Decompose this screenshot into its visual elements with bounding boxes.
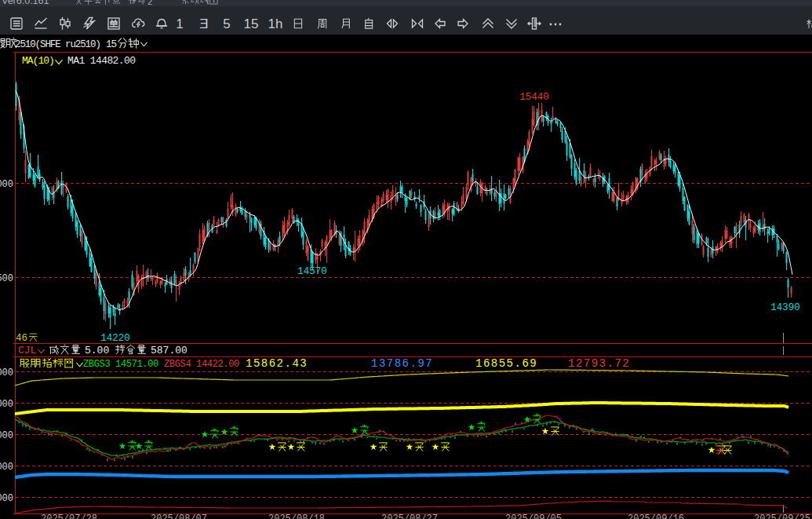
svg-text:2510(SHFE ru2510): 2510(SHFE ru2510) xyxy=(15,39,100,50)
svg-text:000: 000 xyxy=(0,493,13,504)
svg-text:5: 5 xyxy=(223,16,230,31)
svg-text:000: 000 xyxy=(0,462,13,473)
svg-text:1: 1 xyxy=(176,16,183,31)
svg-text:000: 000 xyxy=(0,179,13,190)
svg-text:2025/09/25: 2025/09/25 xyxy=(754,514,810,519)
svg-text:1h: 1h xyxy=(268,16,283,31)
svg-text:CJL: CJL xyxy=(18,345,36,356)
svg-text:587.00: 587.00 xyxy=(151,345,188,356)
svg-text:2: 2 xyxy=(147,0,152,6)
svg-text:000: 000 xyxy=(0,367,13,378)
svg-text:15862.43: 15862.43 xyxy=(246,357,308,370)
svg-text:15: 15 xyxy=(106,39,117,50)
svg-text:15440: 15440 xyxy=(519,92,549,103)
svg-text:2025/09/16: 2025/09/16 xyxy=(628,514,684,519)
svg-text:MA(10): MA(10) xyxy=(22,55,54,67)
svg-text:MA1 14482.00: MA1 14482.00 xyxy=(67,55,135,67)
svg-text:2025/08/07: 2025/08/07 xyxy=(151,514,207,519)
svg-text:14220: 14220 xyxy=(100,333,130,344)
svg-text:ZBGS4 14422.00: ZBGS4 14422.00 xyxy=(164,359,239,370)
svg-text:5.00: 5.00 xyxy=(85,345,109,356)
svg-text:000: 000 xyxy=(0,399,13,410)
svg-text:13786.97: 13786.97 xyxy=(371,357,433,370)
svg-text:15: 15 xyxy=(244,16,259,31)
svg-text:2025/08/18: 2025/08/18 xyxy=(268,514,325,519)
svg-text:2025/07/28: 2025/07/28 xyxy=(41,514,97,519)
svg-text:14570: 14570 xyxy=(297,266,327,277)
svg-text:12793.72: 12793.72 xyxy=(568,357,630,370)
svg-text:000: 000 xyxy=(0,430,13,441)
svg-text:14390: 14390 xyxy=(770,302,800,313)
svg-text:Ver6.0.161: Ver6.0.161 xyxy=(2,0,49,6)
svg-text:16855.69: 16855.69 xyxy=(475,357,537,370)
svg-text:2025/08/27: 2025/08/27 xyxy=(381,514,438,519)
svg-text:46: 46 xyxy=(16,333,27,344)
svg-text:500: 500 xyxy=(0,273,13,284)
svg-text:2025/09/05: 2025/09/05 xyxy=(505,514,562,519)
svg-text:ZBGS3 14571.00: ZBGS3 14571.00 xyxy=(83,359,158,370)
svg-text:Ǝ: Ǝ xyxy=(199,16,208,31)
